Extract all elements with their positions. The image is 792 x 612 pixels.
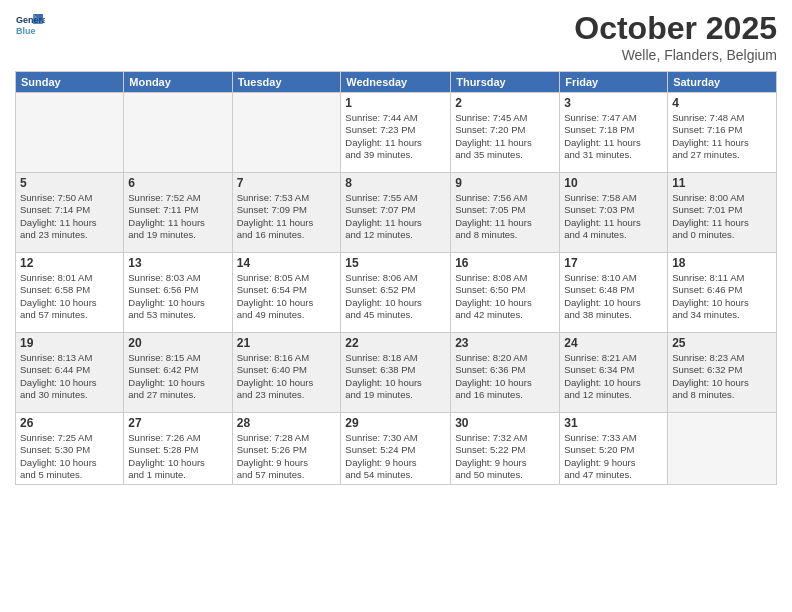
day-info: Sunrise: 8:20 AM Sunset: 6:36 PM Dayligh…	[455, 352, 555, 401]
day-info: Sunrise: 8:23 AM Sunset: 6:32 PM Dayligh…	[672, 352, 772, 401]
table-row: 24Sunrise: 8:21 AM Sunset: 6:34 PM Dayli…	[560, 333, 668, 413]
month-title: October 2025	[574, 10, 777, 47]
header-thursday: Thursday	[451, 72, 560, 93]
page: General Blue October 2025 Welle, Flander…	[0, 0, 792, 612]
table-row: 1Sunrise: 7:44 AM Sunset: 7:23 PM Daylig…	[341, 93, 451, 173]
weekday-header-row: Sunday Monday Tuesday Wednesday Thursday…	[16, 72, 777, 93]
day-info: Sunrise: 7:55 AM Sunset: 7:07 PM Dayligh…	[345, 192, 446, 241]
table-row: 14Sunrise: 8:05 AM Sunset: 6:54 PM Dayli…	[232, 253, 341, 333]
day-number: 15	[345, 256, 446, 270]
day-info: Sunrise: 7:47 AM Sunset: 7:18 PM Dayligh…	[564, 112, 663, 161]
day-info: Sunrise: 8:00 AM Sunset: 7:01 PM Dayligh…	[672, 192, 772, 241]
day-number: 11	[672, 176, 772, 190]
calendar-table: Sunday Monday Tuesday Wednesday Thursday…	[15, 71, 777, 485]
week-row-1: 1Sunrise: 7:44 AM Sunset: 7:23 PM Daylig…	[16, 93, 777, 173]
day-info: Sunrise: 8:05 AM Sunset: 6:54 PM Dayligh…	[237, 272, 337, 321]
table-row: 8Sunrise: 7:55 AM Sunset: 7:07 PM Daylig…	[341, 173, 451, 253]
day-number: 19	[20, 336, 119, 350]
table-row: 31Sunrise: 7:33 AM Sunset: 5:20 PM Dayli…	[560, 413, 668, 485]
table-row: 12Sunrise: 8:01 AM Sunset: 6:58 PM Dayli…	[16, 253, 124, 333]
day-info: Sunrise: 7:28 AM Sunset: 5:26 PM Dayligh…	[237, 432, 337, 481]
header: General Blue October 2025 Welle, Flander…	[15, 10, 777, 63]
table-row: 23Sunrise: 8:20 AM Sunset: 6:36 PM Dayli…	[451, 333, 560, 413]
table-row: 9Sunrise: 7:56 AM Sunset: 7:05 PM Daylig…	[451, 173, 560, 253]
day-info: Sunrise: 7:26 AM Sunset: 5:28 PM Dayligh…	[128, 432, 227, 481]
day-info: Sunrise: 7:45 AM Sunset: 7:20 PM Dayligh…	[455, 112, 555, 161]
day-info: Sunrise: 8:15 AM Sunset: 6:42 PM Dayligh…	[128, 352, 227, 401]
day-number: 6	[128, 176, 227, 190]
svg-text:General: General	[16, 15, 45, 25]
table-row	[16, 93, 124, 173]
week-row-4: 19Sunrise: 8:13 AM Sunset: 6:44 PM Dayli…	[16, 333, 777, 413]
day-info: Sunrise: 7:25 AM Sunset: 5:30 PM Dayligh…	[20, 432, 119, 481]
day-number: 27	[128, 416, 227, 430]
day-info: Sunrise: 8:21 AM Sunset: 6:34 PM Dayligh…	[564, 352, 663, 401]
day-number: 1	[345, 96, 446, 110]
day-number: 2	[455, 96, 555, 110]
day-number: 7	[237, 176, 337, 190]
table-row: 13Sunrise: 8:03 AM Sunset: 6:56 PM Dayli…	[124, 253, 232, 333]
table-row: 27Sunrise: 7:26 AM Sunset: 5:28 PM Dayli…	[124, 413, 232, 485]
day-info: Sunrise: 8:03 AM Sunset: 6:56 PM Dayligh…	[128, 272, 227, 321]
day-number: 13	[128, 256, 227, 270]
table-row: 17Sunrise: 8:10 AM Sunset: 6:48 PM Dayli…	[560, 253, 668, 333]
day-info: Sunrise: 8:01 AM Sunset: 6:58 PM Dayligh…	[20, 272, 119, 321]
header-monday: Monday	[124, 72, 232, 93]
week-row-3: 12Sunrise: 8:01 AM Sunset: 6:58 PM Dayli…	[16, 253, 777, 333]
day-info: Sunrise: 7:50 AM Sunset: 7:14 PM Dayligh…	[20, 192, 119, 241]
table-row	[124, 93, 232, 173]
header-wednesday: Wednesday	[341, 72, 451, 93]
day-number: 21	[237, 336, 337, 350]
day-number: 30	[455, 416, 555, 430]
day-number: 12	[20, 256, 119, 270]
day-number: 23	[455, 336, 555, 350]
table-row: 3Sunrise: 7:47 AM Sunset: 7:18 PM Daylig…	[560, 93, 668, 173]
table-row: 5Sunrise: 7:50 AM Sunset: 7:14 PM Daylig…	[16, 173, 124, 253]
day-number: 28	[237, 416, 337, 430]
day-number: 16	[455, 256, 555, 270]
day-info: Sunrise: 7:56 AM Sunset: 7:05 PM Dayligh…	[455, 192, 555, 241]
svg-text:Blue: Blue	[16, 26, 36, 36]
table-row: 4Sunrise: 7:48 AM Sunset: 7:16 PM Daylig…	[668, 93, 777, 173]
table-row: 18Sunrise: 8:11 AM Sunset: 6:46 PM Dayli…	[668, 253, 777, 333]
day-number: 3	[564, 96, 663, 110]
week-row-2: 5Sunrise: 7:50 AM Sunset: 7:14 PM Daylig…	[16, 173, 777, 253]
day-info: Sunrise: 7:52 AM Sunset: 7:11 PM Dayligh…	[128, 192, 227, 241]
day-info: Sunrise: 8:08 AM Sunset: 6:50 PM Dayligh…	[455, 272, 555, 321]
table-row: 22Sunrise: 8:18 AM Sunset: 6:38 PM Dayli…	[341, 333, 451, 413]
header-tuesday: Tuesday	[232, 72, 341, 93]
table-row: 29Sunrise: 7:30 AM Sunset: 5:24 PM Dayli…	[341, 413, 451, 485]
logo-icon: General Blue	[15, 10, 45, 40]
day-info: Sunrise: 7:33 AM Sunset: 5:20 PM Dayligh…	[564, 432, 663, 481]
day-info: Sunrise: 8:18 AM Sunset: 6:38 PM Dayligh…	[345, 352, 446, 401]
day-info: Sunrise: 7:44 AM Sunset: 7:23 PM Dayligh…	[345, 112, 446, 161]
table-row: 2Sunrise: 7:45 AM Sunset: 7:20 PM Daylig…	[451, 93, 560, 173]
day-number: 14	[237, 256, 337, 270]
day-number: 31	[564, 416, 663, 430]
day-info: Sunrise: 7:48 AM Sunset: 7:16 PM Dayligh…	[672, 112, 772, 161]
day-number: 18	[672, 256, 772, 270]
day-number: 25	[672, 336, 772, 350]
table-row: 7Sunrise: 7:53 AM Sunset: 7:09 PM Daylig…	[232, 173, 341, 253]
day-info: Sunrise: 8:13 AM Sunset: 6:44 PM Dayligh…	[20, 352, 119, 401]
header-friday: Friday	[560, 72, 668, 93]
day-number: 29	[345, 416, 446, 430]
day-info: Sunrise: 8:10 AM Sunset: 6:48 PM Dayligh…	[564, 272, 663, 321]
day-number: 5	[20, 176, 119, 190]
table-row: 21Sunrise: 8:16 AM Sunset: 6:40 PM Dayli…	[232, 333, 341, 413]
table-row: 15Sunrise: 8:06 AM Sunset: 6:52 PM Dayli…	[341, 253, 451, 333]
day-info: Sunrise: 7:32 AM Sunset: 5:22 PM Dayligh…	[455, 432, 555, 481]
day-number: 26	[20, 416, 119, 430]
day-number: 20	[128, 336, 227, 350]
table-row: 28Sunrise: 7:28 AM Sunset: 5:26 PM Dayli…	[232, 413, 341, 485]
day-info: Sunrise: 7:53 AM Sunset: 7:09 PM Dayligh…	[237, 192, 337, 241]
table-row: 25Sunrise: 8:23 AM Sunset: 6:32 PM Dayli…	[668, 333, 777, 413]
day-number: 22	[345, 336, 446, 350]
week-row-5: 26Sunrise: 7:25 AM Sunset: 5:30 PM Dayli…	[16, 413, 777, 485]
day-number: 24	[564, 336, 663, 350]
table-row: 10Sunrise: 7:58 AM Sunset: 7:03 PM Dayli…	[560, 173, 668, 253]
header-saturday: Saturday	[668, 72, 777, 93]
day-info: Sunrise: 7:30 AM Sunset: 5:24 PM Dayligh…	[345, 432, 446, 481]
day-info: Sunrise: 8:16 AM Sunset: 6:40 PM Dayligh…	[237, 352, 337, 401]
header-sunday: Sunday	[16, 72, 124, 93]
